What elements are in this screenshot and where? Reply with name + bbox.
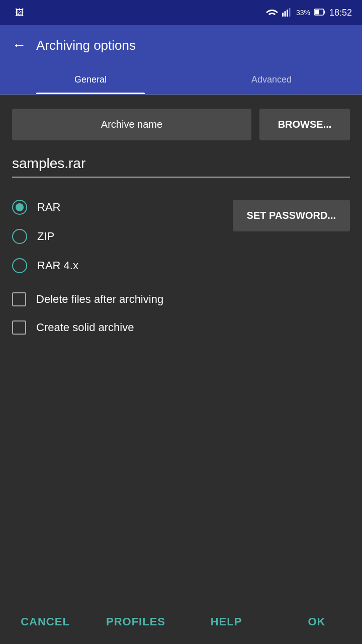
tab-general[interactable]: General bbox=[0, 65, 181, 94]
radio-rar4x-label: RAR 4.x bbox=[37, 259, 78, 272]
radio-rar-inner bbox=[16, 203, 24, 211]
wifi-icon bbox=[266, 8, 278, 18]
checkbox-solid-box bbox=[12, 320, 26, 335]
content-area: Archive name BROWSE... RAR ZIP RAR 4.x bbox=[0, 95, 362, 599]
bottom-bar: CANCEL PROFILES HELP OK bbox=[0, 599, 362, 644]
signal-icon bbox=[282, 8, 292, 18]
status-icons: 33% 18:52 bbox=[266, 8, 352, 18]
radio-rar-outer bbox=[12, 200, 27, 215]
archive-name-row: Archive name BROWSE... bbox=[12, 109, 350, 140]
checkbox-solid[interactable]: Create solid archive bbox=[12, 313, 350, 342]
filename-input[interactable] bbox=[12, 150, 350, 178]
password-btn-wrap: SET PASSWORD... bbox=[233, 193, 350, 231]
svg-rect-3 bbox=[289, 8, 290, 17]
app-bar: ← Archiving options bbox=[0, 25, 362, 65]
status-bar-left: 🖼 bbox=[10, 8, 261, 18]
set-password-button[interactable]: SET PASSWORD... bbox=[233, 200, 350, 231]
browse-button[interactable]: BROWSE... bbox=[259, 109, 350, 140]
cancel-button[interactable]: CANCEL bbox=[0, 599, 90, 644]
battery-icon bbox=[314, 9, 325, 17]
checkbox-group: Delete files after archiving Create soli… bbox=[12, 285, 350, 342]
svg-rect-2 bbox=[287, 10, 288, 17]
battery-text: 33% bbox=[296, 9, 310, 17]
ok-button[interactable]: OK bbox=[272, 599, 362, 644]
radio-password-section: RAR ZIP RAR 4.x SET PASSWORD... bbox=[12, 193, 350, 280]
profiles-button[interactable]: PROFILES bbox=[90, 599, 181, 644]
svg-rect-6 bbox=[324, 11, 325, 14]
radio-zip[interactable]: ZIP bbox=[12, 222, 223, 251]
photo-icon: 🖼 bbox=[15, 8, 24, 18]
archive-name-button[interactable]: Archive name bbox=[12, 109, 251, 140]
app-bar-title: Archiving options bbox=[36, 38, 136, 53]
checkbox-delete-label: Delete files after archiving bbox=[36, 293, 163, 306]
status-time: 18:52 bbox=[329, 8, 352, 18]
radio-rar4x[interactable]: RAR 4.x bbox=[12, 251, 223, 280]
radio-rar[interactable]: RAR bbox=[12, 193, 223, 222]
status-bar: 🖼 33% 18:52 bbox=[0, 0, 362, 25]
checkbox-solid-label: Create solid archive bbox=[36, 321, 134, 334]
svg-rect-5 bbox=[315, 10, 319, 14]
checkbox-delete-box bbox=[12, 292, 26, 306]
tab-bar: General Advanced bbox=[0, 65, 362, 95]
back-button[interactable]: ← bbox=[12, 37, 26, 53]
radio-zip-label: ZIP bbox=[37, 230, 54, 243]
tab-advanced[interactable]: Advanced bbox=[181, 65, 362, 94]
format-radio-group: RAR ZIP RAR 4.x bbox=[12, 193, 223, 280]
radio-rar-label: RAR bbox=[37, 201, 60, 214]
checkbox-delete[interactable]: Delete files after archiving bbox=[12, 285, 350, 313]
radio-rar4x-outer bbox=[12, 258, 27, 273]
svg-rect-1 bbox=[284, 11, 286, 17]
svg-rect-0 bbox=[282, 13, 284, 17]
help-button[interactable]: HELP bbox=[181, 599, 272, 644]
radio-zip-outer bbox=[12, 229, 27, 244]
